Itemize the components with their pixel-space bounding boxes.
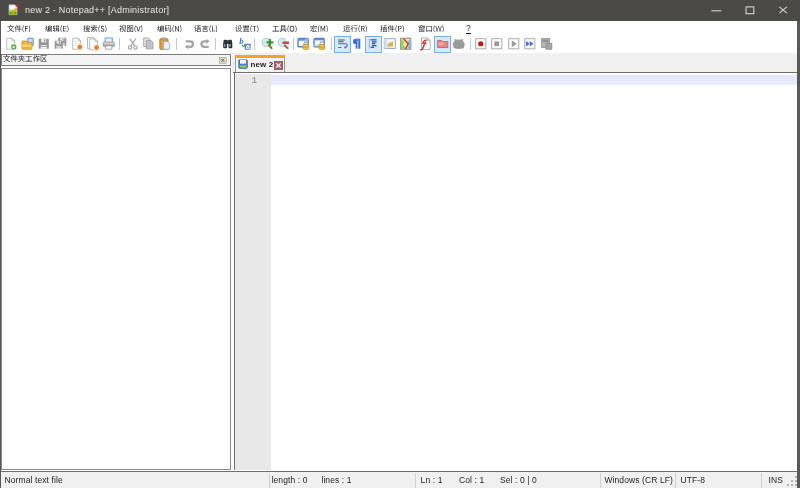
svg-text:b: b: [239, 37, 243, 46]
